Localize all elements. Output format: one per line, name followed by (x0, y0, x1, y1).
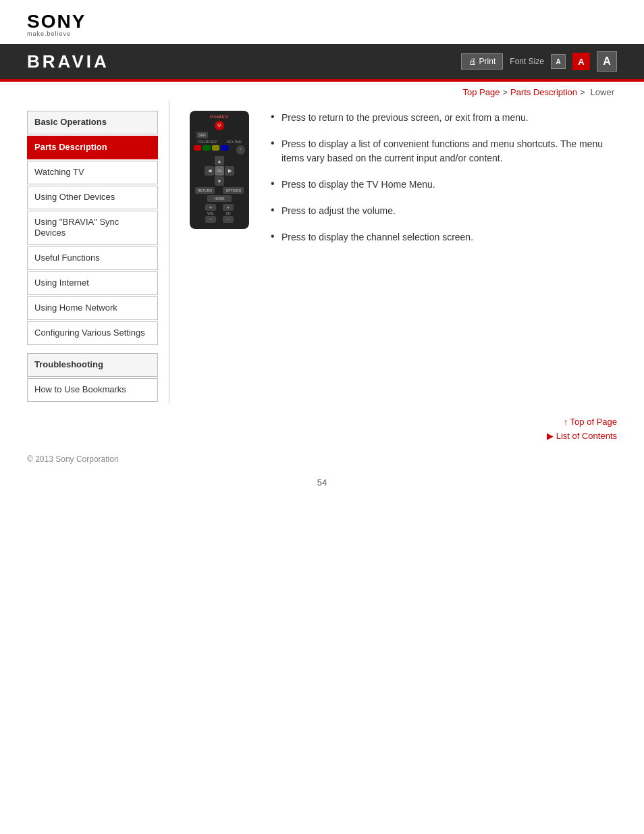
remote-green-button[interactable] (203, 145, 210, 151)
sidebar-item-useful-functions[interactable]: Useful Functions (27, 246, 158, 270)
content-area: POWER ⏻ SEN COLOR KEY KEY PAD (169, 100, 617, 403)
remote-nav-cross: ▲ ◀ OK ▶ ▼ (192, 156, 246, 186)
remote-home-button[interactable]: HOME (207, 195, 232, 202)
sidebar-item-parts-description-label: Parts Description (34, 142, 107, 152)
header-top: SONY make.believe (0, 0, 644, 44)
remote-return-button[interactable]: RETURN (195, 187, 215, 194)
remote-key-pad-label: KEY PAD (227, 140, 241, 144)
copyright-text: © 2013 Sony Corporation (27, 454, 119, 464)
sony-text: SONY (27, 12, 86, 31)
breadcrumb-sep1: > (502, 87, 508, 97)
bullet-item-5: Press to display the channel selection s… (271, 230, 617, 244)
bullet-item-3: Press to display the TV Home Menu. (271, 178, 617, 192)
sidebar-item-configuring[interactable]: Configuring Various Settings (27, 321, 158, 345)
breadcrumb-current: Lower (591, 87, 614, 97)
remote-power-button[interactable]: ⏻ (215, 121, 224, 130)
sidebar-item-troubleshooting-label: Troubleshooting (34, 359, 103, 369)
font-large-button[interactable]: A (597, 51, 617, 72)
bravia-bar: BRAVIA 🖨 Print Font Size A A A (0, 44, 644, 79)
page-number: 54 (0, 471, 644, 501)
remote-nav-ok[interactable]: OK (215, 166, 224, 176)
remote-blue-button[interactable] (221, 145, 228, 151)
print-label: Print (479, 57, 496, 66)
toolbar: 🖨 Print Font Size A A A (461, 51, 617, 72)
remote-nav-left[interactable]: ◀ (205, 166, 214, 176)
bullet-text-1: Press to return to the previous screen, … (281, 111, 617, 125)
sidebar-item-how-to-use[interactable]: How to Use Bookmarks (27, 378, 158, 402)
remote-nav-empty-tr (225, 156, 234, 165)
remote-vol-down[interactable]: − (205, 216, 216, 223)
sidebar-item-troubleshooting[interactable]: Troubleshooting (27, 353, 158, 377)
remote-options-button[interactable]: OPTIONS (223, 187, 244, 194)
remote-yellow-button[interactable] (212, 145, 219, 151)
remote-nav-right[interactable]: ▶ (225, 166, 234, 176)
breadcrumb-parts-desc[interactable]: Parts Description (510, 87, 577, 97)
bullet-item-4: Press to adjust the volume. (271, 204, 617, 218)
print-button[interactable]: 🖨 Print (461, 53, 504, 70)
remote-nav-empty-br (225, 176, 234, 186)
remote-home-row: HOME (192, 195, 246, 202)
bullet-item-2: Press to display a list of convenient fu… (271, 137, 617, 165)
bullet-list: Press to return to the previous screen, … (264, 111, 617, 257)
font-size-label: Font Size (510, 57, 544, 66)
sidebar-basic-ops-label: Basic Operations (34, 117, 107, 127)
remote-power-section: POWER ⏻ (192, 115, 246, 130)
remote-labels-row: COLOR KEY KEY PAD (192, 140, 246, 144)
sidebar-item-parts-description[interactable]: Parts Description (27, 136, 158, 159)
bullet-item-1: Press to return to the previous screen, … (271, 111, 617, 125)
bullet-text-5: Press to display the channel selection s… (281, 230, 617, 244)
remote-vol-col: + VOL − (205, 204, 216, 223)
sidebar-item-using-other-devices[interactable]: Using Other Devices (27, 186, 158, 209)
sidebar-item-using-other-devices-label: Using Other Devices (34, 192, 115, 202)
remote-nav-empty-tl (205, 156, 214, 165)
remote-return-options-row: RETURN OPTIONS (192, 187, 246, 194)
remote-sen-row: SEN (192, 132, 246, 138)
main-layout: Basic Operations Parts Description Watch… (0, 100, 644, 403)
list-of-contents-link[interactable]: List of Contents (547, 431, 617, 441)
remote-nav-up[interactable]: ▲ (215, 156, 224, 165)
bullet-text-3: Press to display the TV Home Menu. (281, 178, 617, 192)
sidebar-item-bravia-sync[interactable]: Using "BRAVIA" Sync Devices (27, 211, 158, 246)
page-footer: © 2013 Sony Corporation (0, 448, 644, 471)
font-small-button[interactable]: A (551, 54, 566, 69)
remote-vol-label: VOL (207, 211, 214, 215)
sidebar-item-useful-functions-label: Useful Functions (34, 253, 100, 263)
bullet-text-2: Press to display a list of convenient fu… (281, 137, 617, 165)
remote-nav-empty-bl (205, 176, 214, 186)
sidebar-item-using-internet[interactable]: Using Internet (27, 271, 158, 295)
remote-vol-up[interactable]: + (205, 204, 216, 211)
sidebar-item-home-network-label: Using Home Network (34, 303, 117, 313)
remote-power-label: POWER (210, 115, 229, 119)
breadcrumb-sep2: > (580, 87, 585, 97)
sidebar-item-watching-tv[interactable]: Watching TV (27, 161, 158, 184)
remote-color-buttons: ↕ (192, 145, 246, 155)
remote-sen-button[interactable]: SEN (196, 132, 208, 138)
sidebar-item-using-internet-label: Using Internet (34, 278, 89, 288)
remote-control: POWER ⏻ SEN COLOR KEY KEY PAD (190, 111, 249, 229)
breadcrumb: Top Page > Parts Description > Lower (0, 82, 644, 100)
sidebar-item-home-network[interactable]: Using Home Network (27, 296, 158, 320)
sidebar: Basic Operations Parts Description Watch… (27, 100, 169, 403)
footer-links: Top of Page List of Contents (0, 403, 644, 448)
remote-nav-down[interactable]: ▼ (215, 176, 224, 186)
sony-tagline: make.believe (27, 31, 86, 37)
remote-ch-up[interactable]: + (223, 204, 234, 211)
sidebar-basic-ops[interactable]: Basic Operations (27, 111, 158, 134)
remote-keypad-button[interactable]: ↕ (236, 145, 245, 155)
sidebar-item-configuring-label: Configuring Various Settings (34, 328, 145, 338)
remote-ch-col: + CH − (223, 204, 234, 223)
sidebar-item-watching-tv-label: Watching TV (34, 167, 84, 177)
top-of-page-link[interactable]: Top of Page (564, 417, 617, 427)
remote-ch-label: CH (225, 211, 230, 215)
remote-color-key-label: COLOR KEY (197, 140, 217, 144)
remote-nav-pad: ▲ ◀ OK ▶ ▼ (205, 156, 234, 186)
remote-ch-down[interactable]: − (223, 216, 234, 223)
remote-vol-ch-row: + VOL − + CH − (192, 204, 246, 223)
breadcrumb-top-page[interactable]: Top Page (462, 87, 500, 97)
print-icon: 🖨 (468, 57, 477, 66)
bullet-text-4: Press to adjust the volume. (281, 204, 617, 218)
font-medium-button[interactable]: A (572, 53, 590, 70)
sony-logo: SONY make.believe (27, 12, 86, 37)
sidebar-item-how-to-use-label: How to Use Bookmarks (34, 384, 126, 394)
remote-red-button[interactable] (194, 145, 201, 151)
